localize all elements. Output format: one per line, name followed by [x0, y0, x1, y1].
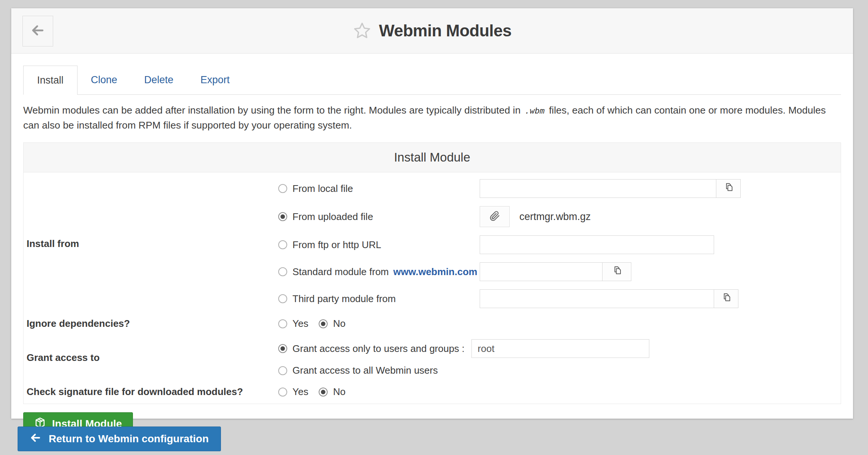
intro-text-before: Webmin modules can be added after instal…	[23, 105, 523, 116]
check-signature-options: Yes No	[278, 386, 346, 398]
webmin-com-link[interactable]: www.webmin.com	[393, 266, 477, 278]
check-signature-label: Check signature file for downloaded modu…	[27, 386, 278, 398]
form-row-check-signature: Check signature file for downloaded modu…	[27, 386, 838, 398]
radio-check-signature-yes[interactable]	[278, 388, 287, 397]
radio-from-url[interactable]	[278, 240, 287, 249]
uploaded-file-name: certmgr.wbm.gz	[519, 211, 591, 223]
install-from-label: Install from	[27, 179, 278, 308]
copy-files-icon	[611, 265, 622, 278]
third-party-input[interactable]	[480, 289, 714, 308]
no-option: No	[319, 318, 345, 329]
radio-label: Grant access only to users and groups :	[292, 343, 465, 355]
option-grant-users-groups: Grant access only to users and groups :	[278, 339, 649, 358]
radio-grant-all-users[interactable]	[278, 366, 287, 375]
third-party-input-group	[480, 289, 738, 308]
option-caption: Grant access to all Webmin users	[278, 365, 438, 376]
option-caption: From uploaded file	[278, 211, 480, 223]
panel-title: Install Module	[24, 143, 841, 172]
option-caption: Standard module from www.webmin.com	[278, 266, 480, 278]
option-from-local-file: From local file	[278, 179, 741, 198]
back-arrow-icon	[31, 23, 45, 39]
option-from-uploaded-file: From uploaded file certmgr.wbm.gz	[278, 206, 741, 227]
radio-label: From uploaded file	[292, 211, 373, 223]
radio-label: Yes	[292, 318, 308, 329]
page-body: Install Clone Delete Export Webmin modul…	[11, 54, 853, 448]
option-caption: From local file	[278, 183, 480, 195]
install-from-options: From local file	[278, 179, 741, 308]
tab-clone[interactable]: Clone	[78, 66, 131, 94]
radio-label: No	[333, 318, 345, 329]
no-option: No	[319, 386, 345, 398]
url-input[interactable]	[480, 235, 714, 254]
users-groups-input[interactable]	[471, 339, 649, 358]
third-party-chooser-button[interactable]	[714, 289, 738, 308]
option-caption: From ftp or http URL	[278, 239, 480, 251]
intro-code-wbm: .wbm	[523, 106, 546, 115]
radio-grant-users-groups[interactable]	[278, 344, 287, 353]
page-title: Webmin Modules	[379, 21, 512, 40]
radio-label: From ftp or http URL	[292, 239, 381, 251]
local-file-chooser-button[interactable]	[716, 179, 741, 198]
standard-module-input-group	[480, 262, 631, 281]
tab-install[interactable]: Install	[23, 66, 78, 95]
tab-delete[interactable]: Delete	[131, 66, 187, 94]
form-row-grant-access: Grant access to Grant access only to use…	[27, 339, 838, 376]
panel-body: Install from From local file	[24, 172, 841, 404]
form-row-ignore-dependencies: Ignore dependencies? Yes No	[27, 318, 838, 329]
radio-label: From local file	[292, 183, 353, 195]
upload-file-button[interactable]	[480, 206, 510, 227]
radio-check-signature-no[interactable]	[319, 388, 328, 397]
yes-option: Yes	[278, 386, 308, 398]
install-module-panel: Install Module Install from From local f…	[23, 142, 841, 404]
tab-export[interactable]: Export	[187, 66, 243, 94]
option-from-url: From ftp or http URL	[278, 235, 741, 254]
return-button-label: Return to Webmin configuration	[49, 433, 209, 445]
standard-module-chooser-button[interactable]	[602, 262, 631, 281]
option-grant-all-users: Grant access to all Webmin users	[278, 365, 649, 376]
radio-label: Third party module from	[292, 293, 396, 305]
option-third-party-module: Third party module from	[278, 289, 741, 308]
standard-module-input[interactable]	[480, 262, 603, 281]
option-standard-module: Standard module from www.webmin.com	[278, 262, 741, 281]
form-row-install-from: Install from From local file	[27, 179, 838, 308]
page-header: Webmin Modules	[11, 8, 853, 54]
back-button[interactable]	[22, 16, 53, 46]
ignore-dependencies-options: Yes No	[278, 318, 346, 329]
main-card: Webmin Modules Install Clone Delete Expo…	[11, 8, 853, 419]
radio-label: No	[333, 386, 345, 398]
copy-files-icon	[720, 292, 732, 305]
option-caption: Grant access only to users and groups :	[278, 343, 465, 355]
yes-option: Yes	[278, 318, 308, 329]
radio-third-party-module[interactable]	[278, 294, 287, 303]
copy-files-icon	[723, 182, 734, 195]
grant-access-label: Grant access to	[27, 339, 278, 376]
radio-ignore-deps-yes[interactable]	[278, 319, 287, 328]
return-to-webmin-configuration-button[interactable]: Return to Webmin configuration	[18, 427, 221, 451]
radio-label: Grant access to all Webmin users	[292, 365, 438, 376]
back-arrow-icon	[30, 432, 41, 446]
ignore-dependencies-label: Ignore dependencies?	[27, 318, 278, 329]
radio-from-local-file[interactable]	[278, 184, 287, 193]
paperclip-icon	[489, 210, 501, 223]
radio-ignore-deps-no[interactable]	[319, 319, 328, 328]
star-outline-icon[interactable]	[353, 21, 371, 40]
radio-label: Standard module from	[292, 266, 389, 278]
local-file-input[interactable]	[480, 179, 716, 198]
radio-label: Yes	[292, 386, 308, 398]
title-group: Webmin Modules	[353, 21, 512, 40]
option-caption: Third party module from	[278, 293, 480, 305]
local-file-input-group	[480, 179, 741, 198]
radio-standard-module[interactable]	[278, 267, 287, 276]
grant-access-options: Grant access only to users and groups : …	[278, 339, 649, 376]
radio-from-uploaded-file[interactable]	[278, 212, 287, 221]
intro-paragraph: Webmin modules can be added after instal…	[23, 103, 841, 133]
tab-bar: Install Clone Delete Export	[23, 66, 841, 95]
